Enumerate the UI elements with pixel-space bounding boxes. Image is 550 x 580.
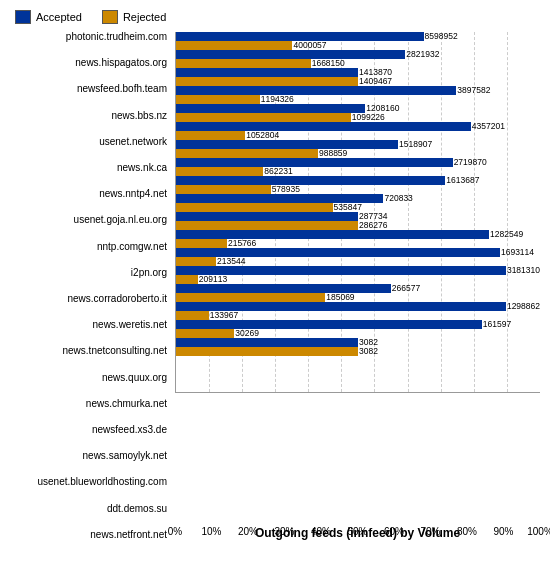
legend-rejected: Rejected <box>102 10 166 24</box>
y-label: news.samoylyk.net <box>10 451 171 461</box>
accepted-bar <box>176 302 506 311</box>
accepted-value: 4357201 <box>472 122 505 131</box>
rejected-bar <box>176 275 198 284</box>
y-label: news.nk.ca <box>10 163 171 173</box>
x-tick: 20% <box>238 526 258 537</box>
bar-row: 12081601099226 <box>176 104 540 122</box>
y-label: usenet.network <box>10 137 171 147</box>
accepted-bar-line: 266577 <box>176 284 540 293</box>
bar-row: 266577185069 <box>176 284 540 302</box>
y-label: i2pn.org <box>10 268 171 278</box>
bar-row: 2719870862231 <box>176 158 540 176</box>
rejected-value: 213544 <box>217 257 245 266</box>
bar-row: 43572011052804 <box>176 122 540 140</box>
rejected-value: 286276 <box>359 221 387 230</box>
accepted-bar-line: 4357201 <box>176 122 540 131</box>
rejected-bar <box>176 347 358 356</box>
accepted-bar <box>176 140 398 149</box>
bar-row: 85989524000057 <box>176 32 540 50</box>
rejected-value: 30269 <box>235 329 259 338</box>
rejected-bar-line: 535847 <box>176 203 540 212</box>
bars-area: 8598952400005728219321668150141387014094… <box>175 32 540 393</box>
y-label: news.netfront.net <box>10 530 171 540</box>
accepted-value: 161597 <box>483 320 511 329</box>
accepted-bar <box>176 68 358 77</box>
rejected-bar <box>176 239 227 248</box>
rejected-bar-line: 213544 <box>176 257 540 266</box>
x-tick: 40% <box>311 526 331 537</box>
rejected-bar <box>176 149 318 158</box>
accepted-value: 1518907 <box>399 140 432 149</box>
accepted-bar <box>176 212 358 221</box>
legend-accepted-label: Accepted <box>36 11 82 23</box>
bar-row: 1518907988859 <box>176 140 540 158</box>
rejected-value: 988859 <box>319 149 347 158</box>
rejected-bar <box>176 203 333 212</box>
rejected-bar <box>176 311 209 320</box>
accepted-bar <box>176 284 391 293</box>
rejected-value: 862231 <box>264 167 292 176</box>
accepted-bar <box>176 104 365 113</box>
rejected-bar-line: 578935 <box>176 185 540 194</box>
x-tick: 70% <box>420 526 440 537</box>
rejected-bar <box>176 221 358 230</box>
bar-row: 14138701409467 <box>176 68 540 86</box>
x-tick: 50% <box>347 526 367 537</box>
accepted-bar-line: 1518907 <box>176 140 540 149</box>
y-axis: photonic.trudheim.comnews.hispagatos.org… <box>10 32 175 540</box>
rejected-value: 578935 <box>272 185 300 194</box>
rejected-value: 3082 <box>359 347 378 356</box>
rejected-bar <box>176 77 358 86</box>
legend-accepted: Accepted <box>15 10 82 24</box>
accepted-bar <box>176 230 489 239</box>
accepted-bar <box>176 50 405 59</box>
rejected-bar-line: 215766 <box>176 239 540 248</box>
accepted-bar <box>176 158 453 167</box>
rejected-value: 1099226 <box>352 113 385 122</box>
legend-rejected-box <box>102 10 118 24</box>
rejected-value: 535847 <box>334 203 362 212</box>
bar-row: 720833535847 <box>176 194 540 212</box>
accepted-value: 720833 <box>384 194 412 203</box>
rejected-value: 185069 <box>326 293 354 302</box>
bar-row: 38975821194326 <box>176 86 540 104</box>
x-tick: 90% <box>493 526 513 537</box>
accepted-bar-line: 287734 <box>176 212 540 221</box>
bar-row: 3181310209113 <box>176 266 540 284</box>
rejected-bar <box>176 257 216 266</box>
bar-row: 287734286276 <box>176 212 540 230</box>
rejected-value: 215766 <box>228 239 256 248</box>
y-label: newsfeed.bofh.team <box>10 84 171 94</box>
bar-row <box>176 374 540 392</box>
bar-row: 16159730269 <box>176 320 540 338</box>
x-tick: 100% <box>527 526 550 537</box>
accepted-value: 1613687 <box>446 176 479 185</box>
rejected-bar-line: 4000057 <box>176 41 540 50</box>
accepted-bar-line: 1693114 <box>176 248 540 257</box>
chart-body: photonic.trudheim.comnews.hispagatos.org… <box>10 32 540 540</box>
rejected-bar-line: 1194326 <box>176 95 540 104</box>
x-tick: 0% <box>168 526 182 537</box>
rejected-bar <box>176 293 325 302</box>
rejected-value: 133967 <box>210 311 238 320</box>
accepted-bar-line: 3082 <box>176 338 540 347</box>
accepted-value: 3181310 <box>507 266 540 275</box>
rejected-bar-line: 3082 <box>176 347 540 356</box>
chart-container: Accepted Rejected photonic.trudheim.comn… <box>0 0 550 580</box>
y-label: news.nntp4.net <box>10 189 171 199</box>
accepted-bar <box>176 320 482 329</box>
y-label: ddt.demos.su <box>10 504 171 514</box>
rejected-bar <box>176 59 311 68</box>
accepted-value: 8598952 <box>425 32 458 41</box>
rejected-value: 1194326 <box>261 95 294 104</box>
accepted-value: 1693114 <box>501 248 534 257</box>
rejected-value: 1668150 <box>312 59 345 68</box>
rejected-bar-line: 862231 <box>176 167 540 176</box>
rejected-bar-line: 286276 <box>176 221 540 230</box>
rejected-value: 1052804 <box>246 131 279 140</box>
accepted-bar-line: 8598952 <box>176 32 540 41</box>
bar-row: 1693114213544 <box>176 248 540 266</box>
accepted-value: 266577 <box>392 284 420 293</box>
bar-row: 1282549215766 <box>176 230 540 248</box>
y-label: news.bbs.nz <box>10 111 171 121</box>
